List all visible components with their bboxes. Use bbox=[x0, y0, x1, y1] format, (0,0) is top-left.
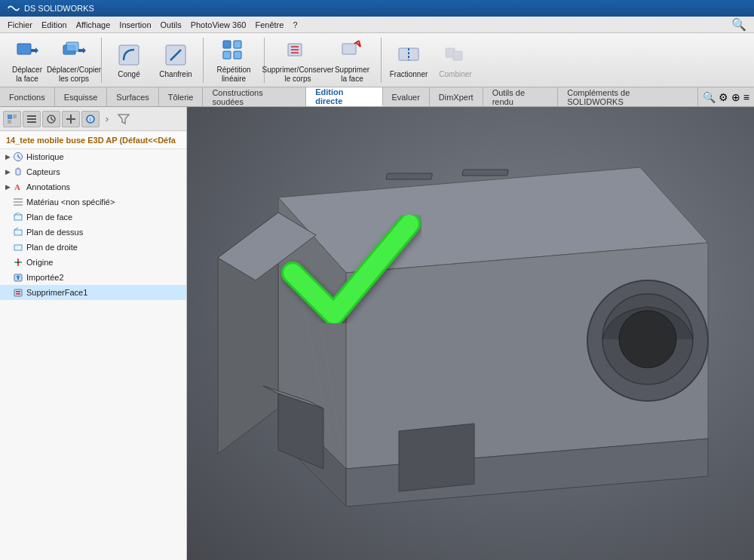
chanfrein-icon bbox=[162, 41, 189, 69]
tree-origine-label: Origine bbox=[26, 258, 53, 267]
menu-insertion[interactable]: Insertion bbox=[115, 19, 155, 31]
title-bar: DS SOLIDWORKS bbox=[0, 0, 754, 17]
app-title: DS SOLIDWORKS bbox=[24, 4, 94, 13]
svg-rect-25 bbox=[8, 120, 11, 124]
deplacer-copier-icon bbox=[60, 37, 87, 64]
tab-complements[interactable]: Compléments de SOLIDWORKS bbox=[558, 87, 698, 106]
tree-supprimer-face1-label: SupprimerFace1 bbox=[26, 288, 87, 297]
menu-fichier[interactable]: Fichier bbox=[3, 19, 37, 31]
svg-rect-46 bbox=[14, 215, 22, 220]
tree-historique[interactable]: ▶ Historique bbox=[0, 149, 186, 164]
tab-constructions-soudees[interactable]: Constructions soudées bbox=[203, 87, 306, 106]
svg-marker-73 bbox=[399, 424, 474, 491]
toolbar-conge[interactable]: Congé bbox=[108, 40, 150, 81]
tab-esquisse[interactable]: Esquisse bbox=[55, 87, 108, 106]
svg-rect-51 bbox=[14, 245, 22, 250]
search-icon[interactable]: 🔍 bbox=[727, 16, 751, 33]
plan-droite-icon bbox=[12, 241, 24, 253]
tree-materiau-label: Matériau <non spécifié> bbox=[26, 197, 115, 207]
sidebar-more-btn[interactable]: › bbox=[101, 111, 113, 127]
menu-affichage[interactable]: Affichage bbox=[72, 19, 115, 31]
menu-fenetre[interactable]: Fenêtre bbox=[250, 19, 288, 31]
supprimer-face1-icon bbox=[12, 286, 24, 298]
solidworks-logo-icon bbox=[6, 3, 21, 14]
toolbar-sep-1 bbox=[101, 38, 102, 83]
menu-photoview[interactable]: PhotoView 360 bbox=[186, 19, 251, 31]
tree-annotations[interactable]: ▶ A Annotations bbox=[0, 179, 186, 194]
search-icon[interactable]: 🔍 bbox=[703, 91, 716, 103]
tree-annotations-label: Annotations bbox=[26, 182, 70, 191]
repetition-icon bbox=[220, 37, 247, 64]
arrow-capteurs: ▶ bbox=[3, 166, 12, 178]
svg-line-31 bbox=[51, 119, 54, 121]
svg-rect-27 bbox=[27, 118, 36, 120]
toolbar-deplacer-face[interactable]: Déplacerla face bbox=[6, 35, 48, 85]
tab-evaluer[interactable]: Evaluer bbox=[383, 87, 430, 106]
sidebar-btn-5[interactable]: i bbox=[81, 111, 100, 127]
sidebar-btn-4[interactable] bbox=[62, 111, 80, 127]
menu-help[interactable]: ? bbox=[288, 19, 302, 31]
svg-rect-5 bbox=[119, 45, 139, 65]
tree-plan-face[interactable]: Plan de face bbox=[0, 210, 186, 225]
toolbar-combiner: Combiner bbox=[434, 40, 477, 81]
tab-bar: Fonctions Esquisse Surfaces Tôlerie Cons… bbox=[0, 87, 754, 107]
tree-capteurs[interactable]: ▶ Capteurs bbox=[0, 164, 186, 179]
svg-text:A: A bbox=[14, 182, 20, 191]
svg-rect-57 bbox=[14, 289, 22, 296]
tab-search-area: 🔍 ⚙ ⊕ ≡ bbox=[698, 87, 754, 106]
svg-rect-3 bbox=[66, 42, 78, 51]
config-icon[interactable]: ⚙ bbox=[719, 91, 728, 103]
document-name: 14_tete mobile buse E3D AP (Défaut<<Défa bbox=[6, 136, 176, 145]
svg-rect-75 bbox=[462, 170, 508, 176]
tree-plan-dessus[interactable]: Plan de dessus bbox=[0, 225, 186, 240]
tab-fonctions[interactable]: Fonctions bbox=[0, 87, 55, 106]
deplacer-face-icon bbox=[14, 37, 41, 64]
menu-outils[interactable]: Outils bbox=[156, 19, 186, 31]
toolbar-repetition[interactable]: Répétitionlinéaire bbox=[210, 35, 258, 85]
tree-supprimer-face1[interactable]: SupprimerFace1 bbox=[0, 285, 186, 300]
svg-marker-4 bbox=[78, 47, 86, 54]
svg-marker-1 bbox=[31, 47, 38, 54]
fractionner-icon bbox=[395, 41, 422, 69]
sidebar-btn-3[interactable] bbox=[42, 111, 60, 127]
tab-outils-rendu[interactable]: Outils de rendu bbox=[483, 87, 559, 106]
sidebar-btn-2[interactable] bbox=[23, 111, 41, 127]
toolbar-chanfrein[interactable]: Chanfrein bbox=[155, 40, 197, 81]
filter-icon[interactable] bbox=[116, 112, 131, 127]
tree-importee2[interactable]: Importée2 bbox=[0, 270, 186, 285]
supprimer-face-label: Supprimerla face bbox=[335, 66, 369, 84]
toolbar-sep-4 bbox=[381, 38, 382, 83]
svg-rect-26 bbox=[27, 115, 36, 117]
3d-viewport[interactable] bbox=[187, 107, 754, 560]
tree-origine[interactable]: Origine bbox=[0, 255, 186, 270]
green-checkmark-annotation bbox=[277, 190, 428, 341]
tab-edition-directe[interactable]: Edition directe bbox=[306, 87, 382, 106]
sidebar-btn-1[interactable] bbox=[3, 111, 21, 127]
svg-rect-28 bbox=[27, 121, 36, 123]
view-options-icon[interactable]: ≡ bbox=[743, 91, 749, 103]
toolbar-fractionner[interactable]: Fractionner bbox=[388, 40, 430, 81]
tree-plan-droite[interactable]: Plan de droite bbox=[0, 240, 186, 255]
toolbar-supprimer-face[interactable]: Supprimerla face bbox=[329, 35, 375, 85]
supprimer-conserver-icon bbox=[284, 37, 311, 64]
conge-label: Congé bbox=[118, 70, 139, 79]
historique-icon bbox=[12, 151, 24, 163]
tree-capteurs-label: Capteurs bbox=[26, 167, 60, 176]
svg-rect-49 bbox=[14, 230, 22, 235]
app-logo: DS SOLIDWORKS bbox=[6, 3, 94, 14]
menu-bar: Fichier Edition Affichage Insertion Outi… bbox=[0, 17, 754, 33]
origine-icon bbox=[12, 256, 24, 268]
tree-materiau[interactable]: Matériau <non spécifié> bbox=[0, 194, 186, 210]
tab-surfaces[interactable]: Surfaces bbox=[107, 87, 158, 106]
menu-edition[interactable]: Edition bbox=[37, 19, 72, 31]
annotations-icon: A bbox=[12, 181, 24, 193]
svg-marker-36 bbox=[118, 115, 129, 124]
tab-dimxpert[interactable]: DimXpert bbox=[430, 87, 483, 106]
deplacer-face-label: Déplacerla face bbox=[12, 66, 42, 84]
tab-tolerie[interactable]: Tôlerie bbox=[159, 87, 204, 106]
toolbar-deplacer-copier[interactable]: Déplacer/Copierles corps bbox=[53, 35, 95, 85]
toolbar-supprimer-conserver[interactable]: Supprimer/Conserverle corps bbox=[271, 35, 325, 85]
repetition-label: Répétitionlinéaire bbox=[216, 66, 250, 84]
importee2-icon bbox=[12, 271, 24, 283]
add-tab-icon[interactable]: ⊕ bbox=[731, 91, 740, 103]
